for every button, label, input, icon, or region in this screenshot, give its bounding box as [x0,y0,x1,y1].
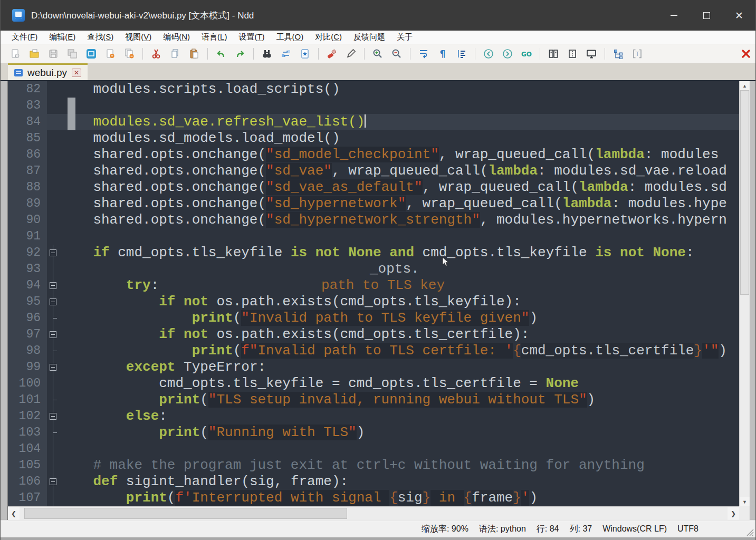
fold-margin[interactable] [47,474,60,490]
view-split-button[interactable] [546,46,561,61]
code-line-92[interactable]: 92 if cmd_opts.tls_keyfile is not None a… [8,245,739,261]
menu-对比[interactable]: 对比(C) [309,31,348,43]
replace-button[interactable] [278,46,294,61]
scroll-right-arrow[interactable]: ❯ [728,507,739,520]
clear-highlight-button[interactable] [324,46,340,61]
fold-collapse-icon[interactable] [50,282,56,289]
code-line-99[interactable]: 99 except TypeError: [8,359,739,375]
monitor-button[interactable] [583,46,599,61]
code-line-95[interactable]: 95 if not os.path.exists(cmd_opts.tls_ke… [8,294,739,310]
indent-guide-button[interactable] [454,46,470,61]
cut-button[interactable] [148,46,164,61]
pen-button[interactable] [343,46,359,61]
vertical-scroll-track[interactable] [740,90,750,497]
zoom-out-icon [391,48,403,60]
code-line-83[interactable]: 83 [8,98,739,114]
code-line-98[interactable]: 98 print(f"Invalid path to TLS certfile:… [8,343,739,359]
undo-button[interactable] [213,46,229,61]
scroll-up-arrow[interactable]: ▲ [740,81,750,90]
fold-collapse-icon[interactable] [50,331,56,338]
text-format-button[interactable]: T [629,46,645,61]
code-line-89[interactable]: 89 shared.opts.onchange("sd_hypernetwork… [8,196,739,212]
fold-collapse-icon[interactable] [50,413,56,420]
menu-反馈问题[interactable]: 反馈问题 [348,31,391,43]
fold-collapse-icon[interactable] [50,478,56,485]
code-line-94[interactable]: 94 try: [8,277,739,294]
code-line-107[interactable]: 107 print(f'Interrupted with signal {sig… [8,490,739,506]
vertical-scroll-thumb[interactable] [740,90,749,295]
open-file-button[interactable] [26,46,42,61]
close-file-button[interactable] [102,46,118,61]
menu-设置[interactable]: 设置(T) [233,31,270,43]
horizontal-scrollbar[interactable]: ❮ ❯ [8,506,739,520]
zoom-out-button[interactable] [389,46,405,61]
code-line-106[interactable]: 106 def sigint_handler(sig, frame): [8,474,739,490]
show-symbols-button[interactable]: ¶ [435,46,451,61]
menu-编码[interactable]: 编码(N) [157,31,196,43]
zoom-in-button[interactable] [370,46,386,61]
fold-margin[interactable] [47,408,60,425]
paste-button[interactable] [186,46,202,61]
close-document-button[interactable] [738,46,754,61]
nav-forward-button[interactable] [500,46,515,61]
maximize-button[interactable] [690,0,723,31]
menu-关于[interactable]: 关于 [391,31,418,43]
code-line-93[interactable]: 93 [8,261,739,277]
vertical-scrollbar[interactable]: ▲ ▼ [739,81,750,506]
fold-margin[interactable] [47,294,60,310]
mark-button[interactable] [297,46,313,61]
macro-go-button[interactable]: GO [519,46,534,61]
find-button[interactable] [259,46,275,61]
code-line-105[interactable]: 105 # make the program just exit at ctrl… [8,457,739,474]
scroll-left-arrow[interactable]: ❮ [8,507,20,520]
fold-margin[interactable] [47,326,60,343]
new-file-button[interactable] [7,46,23,61]
horizontal-scroll-thumb[interactable] [24,508,347,519]
code-editor[interactable]: 82 modules.scripts.load_scripts()8384 mo… [8,81,739,506]
menu-语言[interactable]: 语言(L) [196,31,233,43]
menu-文件[interactable]: 文件(F) [6,31,43,43]
minimize-button[interactable] [657,0,690,31]
menu-查找[interactable]: 查找(S) [81,31,119,43]
fold-margin[interactable] [47,277,60,294]
menu-编辑[interactable]: 编辑(E) [43,31,81,43]
code-text: modules.sd_vae.refresh_vae_list() [60,114,739,130]
code-line-96[interactable]: 96 print("Invalid path to TLS keyfile gi… [8,310,739,326]
save-all-button[interactable] [64,46,80,61]
code-line-102[interactable]: 102 else: [8,408,739,425]
code-line-85[interactable]: 85 modules.sd_models.load_model() [8,130,739,147]
code-line-90[interactable]: 90 shared.opts.onchange("sd_hypernetwork… [8,212,739,228]
redo-button[interactable] [232,46,248,61]
fold-collapse-icon[interactable] [50,249,56,256]
function-list-button[interactable] [610,46,626,61]
code-line-101[interactable]: 101 print("TLS setup invalid, running we… [8,392,739,408]
code-line-97[interactable]: 97 if not os.path.exists(cmd_opts.tls_ce… [8,326,739,343]
tab-close-icon[interactable]: ✕ [72,69,81,77]
resize-grip[interactable] [747,529,754,536]
code-line-103[interactable]: 103 print("Running with TLS") [8,425,739,441]
code-line-100[interactable]: 100 cmd_opts.tls_keyfile = cmd_opts.tls_… [8,375,739,392]
word-wrap-button[interactable] [416,46,432,61]
close-all-button[interactable] [121,46,137,61]
view-single-button[interactable] [564,46,580,61]
text-mode-button[interactable] [83,46,99,61]
code-line-91[interactable]: 91 [8,228,739,245]
code-line-88[interactable]: 88 shared.opts.onchange("sd_vae_as_defau… [8,179,739,196]
fold-margin[interactable] [47,359,60,375]
code-line-104[interactable]: 104 [8,441,739,457]
fold-margin[interactable] [47,245,60,261]
code-line-84[interactable]: 84 modules.sd_vae.refresh_vae_list() [8,114,739,130]
code-line-86[interactable]: 86 shared.opts.onchange("sd_model_checkp… [8,147,739,163]
code-line-82[interactable]: 82 modules.scripts.load_scripts() [8,81,739,98]
nav-back-button[interactable] [481,46,496,61]
tab-webui.py[interactable]: webui.py✕ [8,63,88,80]
save-button[interactable] [45,46,61,61]
fold-collapse-icon[interactable] [50,298,56,305]
menu-工具[interactable]: 工具(O) [271,31,310,43]
fold-collapse-icon[interactable] [50,364,56,371]
close-button[interactable]: ✕ [723,0,755,31]
scroll-down-arrow[interactable]: ▼ [740,497,750,506]
code-line-87[interactable]: 87 shared.opts.onchange("sd_vae", wrap_q… [8,163,739,179]
menu-视图[interactable]: 视图(V) [119,31,157,43]
copy-button[interactable] [167,46,183,61]
